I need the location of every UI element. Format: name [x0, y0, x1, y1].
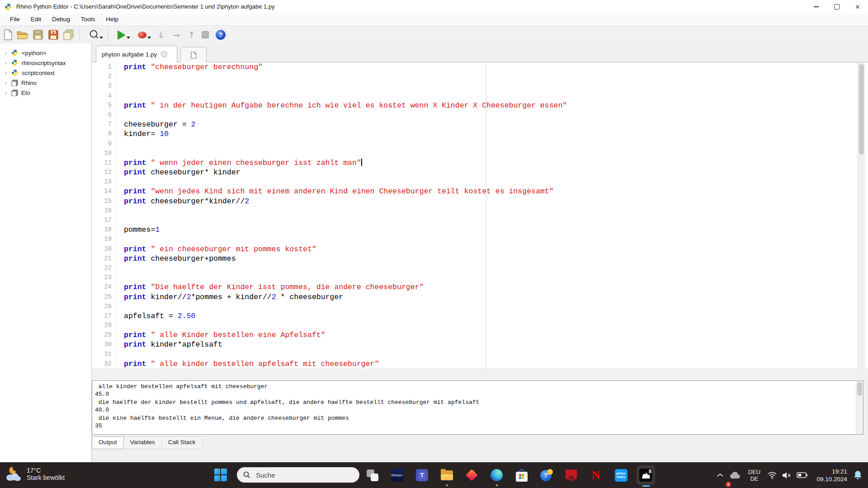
onedrive-error-icon[interactable]: ✕ — [727, 462, 743, 488]
expand-chevron-icon[interactable]: › — [4, 80, 8, 86]
taskbar-app-netflix[interactable]: N — [584, 462, 609, 488]
code-line-17[interactable]: 17 — [92, 216, 868, 225]
search-input[interactable] — [255, 471, 347, 479]
taskbar-app-edge[interactable] — [484, 462, 509, 488]
taskbar-app-get-help[interactable]: ? — [534, 462, 559, 488]
code-line-15[interactable]: 15print cheeseburger*kinder//2 — [92, 197, 868, 206]
taskbar-app-file-explorer[interactable] — [434, 462, 459, 488]
stop-icon[interactable] — [199, 28, 212, 41]
code-line-1[interactable]: 1print "cheeseburger berechnung" — [92, 62, 868, 72]
code-line-19[interactable]: 19 — [92, 235, 868, 244]
record-stop-icon[interactable] — [132, 28, 152, 41]
step-over-icon[interactable]: → — [170, 28, 183, 41]
code-line-5[interactable]: 5print " in der heutigen Aufgabe berechn… — [92, 101, 868, 110]
expand-chevron-icon[interactable]: › — [4, 50, 8, 56]
line-number: 8 — [92, 129, 116, 139]
search-icon[interactable] — [84, 28, 104, 41]
taskbar-app-teams[interactable]: T — [410, 462, 434, 488]
menu-help[interactable]: Help — [100, 14, 124, 25]
search-dropdown-caret[interactable] — [99, 37, 103, 39]
sidebar-item-Rhino[interactable]: ›Rhino — [0, 78, 91, 88]
print-copies-icon[interactable] — [62, 28, 75, 41]
wifi-icon[interactable] — [765, 462, 779, 488]
maximize-button[interactable] — [826, 0, 847, 14]
record-dropdown-caret[interactable] — [147, 37, 151, 39]
weather-widget[interactable]: 17°C Stark bewölkt — [4, 466, 65, 482]
taskbar-app-rhino-8[interactable]: 8 — [633, 462, 658, 488]
taskbar-app-mcafee[interactable]: M — [559, 462, 584, 488]
menu-tools[interactable]: Tools — [75, 14, 101, 25]
code-line-28[interactable]: 28 — [92, 321, 868, 330]
code-line-26[interactable]: 26 — [92, 302, 868, 311]
taskbar-app-prime-video[interactable]: primevideo — [609, 462, 633, 488]
sidebar-item-Eto[interactable]: ›Eto — [0, 88, 91, 98]
code-line-11[interactable]: 11print " wenn jeder einen chesseburger … — [92, 158, 868, 168]
code-line-16[interactable]: 16 — [92, 206, 868, 216]
code-line-31[interactable]: 31 — [92, 350, 868, 359]
code-editor[interactable]: 1print "cheeseburger berechnung"2345prin… — [92, 62, 868, 368]
code-line-3[interactable]: 3 — [92, 81, 868, 91]
code-line-12[interactable]: 12print cheeseburger* kinder — [92, 168, 868, 177]
menu-file[interactable]: File — [5, 14, 25, 25]
sidebar-item-scriptcontext[interactable]: ›scriptcontext — [0, 68, 91, 78]
start-button[interactable] — [212, 466, 230, 484]
save-as-icon[interactable] — [47, 28, 60, 41]
code-line-18[interactable]: 18pommes=1 — [92, 225, 868, 235]
code-line-13[interactable]: 13 — [92, 177, 868, 187]
code-line-9[interactable]: 9 — [92, 139, 868, 149]
save-icon[interactable] — [32, 28, 44, 41]
menu-edit[interactable]: Edit — [25, 14, 47, 25]
code-line-10[interactable]: 10 — [92, 149, 868, 158]
clock-widget[interactable]: 19:21 09.10.2024 — [810, 462, 847, 488]
notification-bell-icon[interactable] — [847, 462, 868, 488]
code-line-14[interactable]: 14print "wenn jedes Kind sich mit einem … — [92, 187, 868, 196]
tab-phyton-aufgabe[interactable]: phyton aufgabe 1.py ✕ — [96, 46, 177, 62]
battery-icon[interactable] — [794, 462, 810, 488]
code-line-23[interactable]: 23 — [92, 273, 868, 282]
code-line-22[interactable]: 22 — [92, 263, 868, 273]
bottom-tab-call-stack[interactable]: Call Stack — [162, 436, 203, 449]
tab-close-icon[interactable]: ✕ — [160, 51, 168, 58]
code-line-29[interactable]: 29print " alle Kinder bestellen eine Apf… — [92, 330, 868, 340]
sidebar-item-python[interactable]: ›<python> — [0, 48, 91, 58]
close-button[interactable]: ✕ — [847, 0, 868, 14]
bottom-tab-variables[interactable]: Variables — [124, 436, 162, 449]
taskbar-app-disney-plus[interactable]: Disney+ — [385, 462, 410, 488]
code-line-24[interactable]: 24print "Die haelfte der Kinder isst pom… — [92, 282, 868, 292]
taskbar-app-task-view[interactable] — [360, 462, 385, 488]
taskbar-app-microsoft-store[interactable] — [509, 462, 534, 488]
code-line-4[interactable]: 4 — [92, 91, 868, 101]
run-script-icon[interactable] — [111, 28, 131, 41]
step-out-icon[interactable]: ↑ — [185, 28, 198, 41]
code-line-30[interactable]: 30print kinder*apfelsaft — [92, 340, 868, 349]
expand-chevron-icon[interactable]: › — [4, 70, 8, 76]
code-line-32[interactable]: 32print " alle kinder bestellen apfelsaf… — [92, 359, 868, 368]
step-into-icon[interactable]: ↓ — [155, 28, 167, 41]
new-file-icon[interactable] — [2, 28, 14, 41]
code-line-21[interactable]: 21print cheeseburger+pommes — [92, 254, 868, 263]
run-dropdown-caret[interactable] — [127, 37, 130, 39]
bottom-tab-output[interactable]: Output — [92, 436, 124, 449]
menu-debug[interactable]: Debug — [47, 14, 75, 25]
expand-chevron-icon[interactable]: › — [4, 60, 8, 66]
sidebar-item-rhinoscriptsyntax[interactable]: ›rhinoscriptsyntax — [0, 58, 91, 68]
code-line-25[interactable]: 25print kinder//2*pommes + kinder//2 * c… — [92, 292, 868, 302]
code-line-7[interactable]: 7cheeseburger = 2 — [92, 120, 868, 129]
code-line-6[interactable]: 6 — [92, 110, 868, 120]
taskbar-app-diamond-app[interactable] — [459, 462, 484, 488]
taskbar-search[interactable] — [237, 467, 359, 483]
code-line-27[interactable]: 27apfelsaft = 2.50 — [92, 311, 868, 321]
open-folder-icon[interactable] — [16, 28, 29, 41]
minimize-button[interactable] — [806, 0, 826, 14]
help-icon[interactable]: ? — [214, 28, 227, 41]
volume-muted-icon[interactable] — [779, 462, 794, 488]
output-scrollbar[interactable] — [856, 381, 863, 434]
code-line-20[interactable]: 20print " ein cheeseburger mit pommes ko… — [92, 244, 868, 254]
code-line-8[interactable]: 8kinder= 10 — [92, 129, 868, 139]
language-indicator[interactable]: DEU DE — [743, 462, 765, 488]
new-tab-button[interactable] — [180, 47, 207, 63]
tray-chevron-up-icon[interactable] — [713, 462, 727, 488]
code-line-2[interactable]: 2 — [92, 72, 868, 81]
editor-scrollbar[interactable] — [858, 62, 865, 368]
expand-chevron-icon[interactable]: › — [4, 89, 8, 96]
